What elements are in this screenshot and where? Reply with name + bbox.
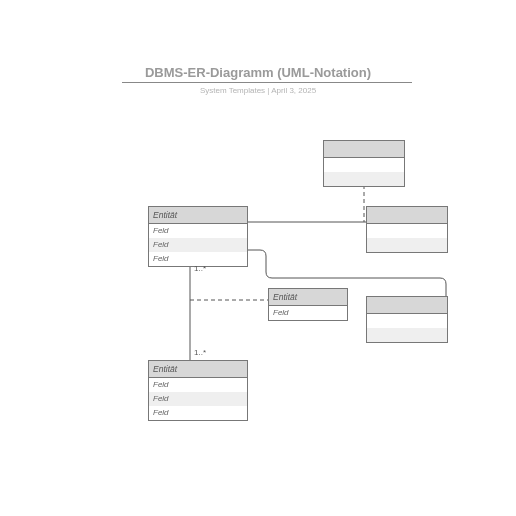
entity-box-4[interactable]: Entität Feld — [268, 288, 348, 321]
entity-field: Feld — [149, 378, 247, 392]
entity-field — [367, 238, 447, 252]
entity-box-2[interactable] — [323, 140, 405, 187]
entity-box-3[interactable] — [366, 206, 448, 253]
entity-field: Feld — [149, 406, 247, 420]
entity-field: Feld — [149, 238, 247, 252]
entity-box-6[interactable]: Entität Feld Feld Feld — [148, 360, 248, 421]
entity-header: Entität — [149, 207, 247, 224]
entity-field — [367, 328, 447, 342]
entity-field — [367, 224, 447, 238]
entity-field — [324, 158, 404, 172]
entity-field — [324, 172, 404, 186]
entity-field: Feld — [149, 224, 247, 238]
entity-box-5[interactable] — [366, 296, 448, 343]
entity-header — [367, 207, 447, 224]
entity-header: Entität — [149, 361, 247, 378]
entity-field: Feld — [269, 306, 347, 320]
entity-header — [324, 141, 404, 158]
entity-field: Feld — [149, 392, 247, 406]
diagram-canvas: DBMS-ER-Diagramm (UML-Notation) System T… — [0, 0, 516, 516]
entity-box-1[interactable]: Entität Feld Feld Feld — [148, 206, 248, 267]
entity-field — [367, 314, 447, 328]
entity-header — [367, 297, 447, 314]
multiplicity-label: 1..* — [194, 264, 206, 273]
multiplicity-label: 1..* — [194, 348, 206, 357]
connectors — [0, 0, 516, 516]
entity-header: Entität — [269, 289, 347, 306]
